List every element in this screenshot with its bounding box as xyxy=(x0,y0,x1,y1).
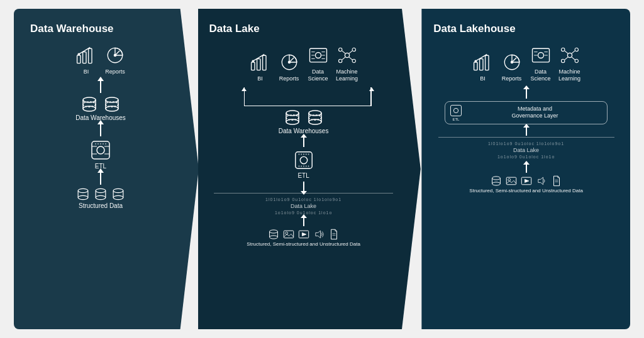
svg-point-126 xyxy=(508,178,510,181)
panel-lakehouse: Data Lakehouse BI xyxy=(408,9,630,329)
etl-icon xyxy=(89,139,112,161)
svg-point-35 xyxy=(96,195,106,199)
lake-source-db xyxy=(268,229,279,240)
lake-title: Data Lake xyxy=(209,23,259,35)
lake-datalake-label: Data Lake xyxy=(214,203,393,209)
svg-point-111 xyxy=(561,48,564,51)
lakehouse-source-video xyxy=(521,175,532,187)
warehouse-bi-icon: BI xyxy=(75,44,97,75)
warehouse-bi-label: BI xyxy=(84,68,89,75)
svg-point-55 xyxy=(345,53,349,57)
svg-rect-99 xyxy=(485,55,488,70)
svg-marker-129 xyxy=(538,177,543,185)
svg-point-28 xyxy=(78,188,88,192)
lake-ml-icon: MachineLearning xyxy=(336,44,358,82)
svg-rect-42 xyxy=(262,55,265,70)
lake-ml-label: MachineLearning xyxy=(336,68,358,82)
lake-db-1 xyxy=(284,109,301,126)
svg-rect-0 xyxy=(77,55,80,63)
lakehouse-binary-2: 1o1olo9 0u1oloc 1lo1o xyxy=(438,155,614,159)
svg-point-46 xyxy=(287,61,291,64)
db-icon-1 xyxy=(80,95,98,113)
svg-point-23 xyxy=(95,143,96,144)
lakehouse-etl-icon-small xyxy=(449,104,463,117)
lake-source-audio xyxy=(313,229,325,240)
lakehouse-ml-label: MachineLearning xyxy=(558,68,580,82)
svg-point-31 xyxy=(78,195,88,199)
svg-point-43 xyxy=(252,60,254,62)
lake-bi-icon: BI xyxy=(249,51,272,82)
svg-point-39 xyxy=(113,195,123,199)
lake-datascience-label: DataScience xyxy=(308,68,328,82)
svg-point-83 xyxy=(303,165,304,166)
lakehouse-source-db xyxy=(491,175,502,187)
svg-line-63 xyxy=(348,57,352,60)
lakehouse-etl-label-small: ETL xyxy=(452,117,459,121)
lakehouse-ml-icon: MachineLearning xyxy=(558,44,581,82)
panel-warehouse: Data Warehouse BI xyxy=(14,9,199,329)
svg-point-121 xyxy=(492,177,500,180)
db-icon-2 xyxy=(103,95,121,113)
warehouse-icons-row: BI Reports xyxy=(75,44,126,75)
svg-point-110 xyxy=(567,53,572,57)
svg-point-114 xyxy=(575,59,578,62)
svg-point-91 xyxy=(285,232,287,234)
lake-etl-label: ETL xyxy=(297,172,309,179)
svg-line-118 xyxy=(571,57,574,60)
svg-point-58 xyxy=(338,59,341,62)
svg-rect-41 xyxy=(257,58,260,70)
lake-source-label: Structured, Semi-structured and Unstruct… xyxy=(247,241,360,247)
svg-point-18 xyxy=(97,146,104,154)
svg-line-115 xyxy=(564,51,567,54)
svg-rect-2 xyxy=(89,48,92,63)
svg-point-86 xyxy=(269,230,277,233)
lake-etl-icon xyxy=(293,150,314,171)
svg-point-7 xyxy=(83,97,96,102)
svg-line-117 xyxy=(564,57,567,60)
svg-rect-97 xyxy=(474,62,477,70)
svg-line-60 xyxy=(341,51,345,54)
svg-rect-90 xyxy=(284,231,293,238)
svg-point-84 xyxy=(305,165,306,166)
svg-point-120 xyxy=(453,109,458,113)
svg-point-103 xyxy=(510,61,513,64)
lake-db-2 xyxy=(306,109,324,126)
lakehouse-source-image xyxy=(506,175,517,187)
svg-point-59 xyxy=(352,59,355,62)
svg-point-113 xyxy=(561,59,564,62)
lakehouse-datascience-icon: DataScience xyxy=(530,44,552,82)
svg-point-79 xyxy=(305,153,306,155)
lakehouse-reports-icon: Reports xyxy=(501,51,523,82)
svg-point-124 xyxy=(492,182,500,185)
svg-line-61 xyxy=(348,51,352,54)
metadata-label: Metadata andGovernance Layer xyxy=(468,106,602,120)
warehouse-reports-icon: Reports xyxy=(104,44,126,75)
lakehouse-icons-row: BI Reports xyxy=(472,44,581,82)
svg-point-57 xyxy=(352,48,355,51)
svg-point-77 xyxy=(301,153,302,155)
lake-datascience-icon: DataScience xyxy=(307,44,330,82)
svg-point-36 xyxy=(113,188,123,192)
lakehouse-title: Data Lakehouse xyxy=(433,23,515,35)
svg-point-32 xyxy=(96,188,106,192)
lakehouse-bi-label: BI xyxy=(480,75,486,82)
svg-point-75 xyxy=(300,156,307,163)
lake-reports-icon: Reports xyxy=(278,51,301,82)
warehouse-reports-label: Reports xyxy=(105,68,125,75)
svg-point-80 xyxy=(308,153,309,155)
svg-point-112 xyxy=(575,48,578,51)
svg-point-78 xyxy=(303,153,304,155)
panel-lake: Data Lake BI xyxy=(186,9,420,329)
svg-point-81 xyxy=(298,165,299,166)
lake-reports-label: Reports xyxy=(279,75,299,82)
svg-point-69 xyxy=(309,111,321,116)
svg-line-62 xyxy=(341,57,345,60)
lakehouse-bi-icon: BI xyxy=(472,51,494,82)
lake-bi-label: BI xyxy=(257,75,263,82)
warehouse-title: Data Warehouse xyxy=(30,23,114,35)
svg-point-12 xyxy=(106,97,118,102)
svg-line-116 xyxy=(571,51,574,54)
lake-icons-row: BI Reports xyxy=(249,44,358,82)
svg-point-25 xyxy=(100,143,101,144)
source-db-1 xyxy=(76,187,90,201)
